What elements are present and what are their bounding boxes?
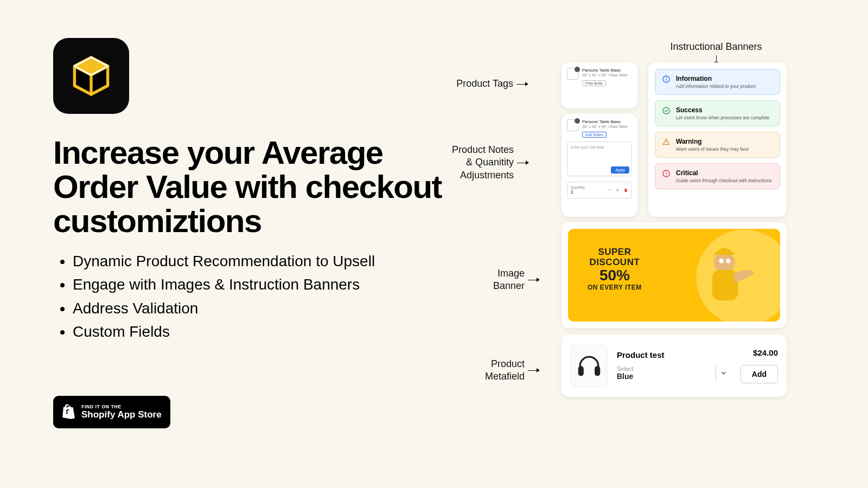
shopify-bag-icon: [61, 403, 76, 421]
svg-rect-17: [595, 366, 600, 376]
add-button[interactable]: Add: [741, 365, 778, 383]
label-product-metafield: Product Metafield: [482, 358, 525, 383]
mini-product-name: Parsons Table Base: [582, 119, 627, 125]
banner-success: SuccessLet users know when processes are…: [655, 100, 780, 126]
example-product-tags: Parsons Table Base 28" x 42" x 96" / Raw…: [561, 62, 637, 108]
feature-item: Dynamic Product Recommendation to Upsell: [73, 249, 444, 273]
success-icon: [662, 106, 671, 115]
app-logo: [53, 38, 129, 114]
mini-thumb-icon: [567, 119, 579, 131]
apply-button[interactable]: Apply: [611, 166, 629, 174]
mini-product-name: Parsons Table Base: [582, 68, 627, 73]
example-product-notes: Parsons Table Base 28" x 42" x 96" / Raw…: [561, 114, 637, 217]
svg-point-14: [719, 259, 723, 263]
svg-rect-16: [578, 366, 584, 376]
label-image-banner: Image Banner: [491, 267, 525, 293]
svg-point-4: [666, 78, 667, 79]
meta-product-name: Product test: [617, 350, 732, 359]
svg-point-6: [663, 107, 669, 114]
feature-item: Custom Fields: [73, 320, 444, 343]
qty-plus[interactable]: +: [616, 187, 619, 193]
example-product-metafield: Product test Select Blue $24.00 Add: [561, 335, 787, 397]
feature-item: Address Validation: [73, 297, 444, 320]
svg-point-11: [666, 175, 666, 175]
meta-price: $24.00: [741, 348, 778, 357]
feature-item: Engage with Images & Instruction Banners: [73, 273, 444, 296]
example-image-banner: SUPER DISCOUNT 50% ON EVERY ITEM: [561, 222, 787, 328]
banner-critical: CriticalGuide users through checkout wit…: [655, 163, 780, 189]
svg-point-15: [726, 259, 730, 263]
feature-list: Dynamic Product Recommendation to Upsell…: [53, 249, 444, 344]
mini-tag: Free Bolts: [582, 80, 606, 86]
banner-warning: WarningWarn users of issues they may fac…: [655, 132, 780, 158]
product-thumb: [570, 345, 608, 387]
mini-thumb-icon: [567, 68, 579, 80]
mini-product-variant: 28" x 42" x 96" / Raw Steel: [582, 125, 627, 129]
example-banners: InformationAdd information related to yo…: [648, 62, 787, 217]
add-notes-link[interactable]: Add Notes: [582, 132, 607, 138]
critical-icon: [662, 169, 671, 178]
svg-rect-5: [666, 79, 666, 81]
chevron-down-icon[interactable]: [716, 365, 732, 381]
quantity-row: Quantity 1 − +: [567, 182, 632, 198]
label-instructional-banners: Instructional Banners: [651, 41, 781, 53]
qty-minus[interactable]: −: [608, 187, 611, 193]
label-product-notes: Product Notes & Quanitity Adjustments: [449, 144, 514, 182]
svg-point-8: [666, 143, 666, 144]
label-product-tags: Product Tags: [455, 78, 513, 90]
info-icon: [662, 75, 671, 84]
mini-product-variant: 28" x 42" x 96" / Raw Steel: [582, 73, 627, 77]
gift-note-input[interactable]: Enter your Gift Note Apply: [567, 142, 632, 176]
svg-rect-7: [666, 141, 666, 143]
shopify-appstore-badge[interactable]: FIND IT ON THE Shopify App Store: [53, 396, 170, 428]
banner-info: InformationAdd information related to yo…: [655, 69, 780, 95]
page-headline: Increase your Average Order Value with c…: [53, 136, 465, 238]
svg-rect-10: [666, 172, 666, 174]
variant-select[interactable]: Select Blue: [617, 365, 634, 381]
trash-icon[interactable]: [623, 188, 628, 192]
svg-point-12: [714, 252, 735, 273]
headphones-icon: [575, 351, 604, 381]
person-pointing-icon: [688, 240, 764, 316]
appstore-line2: Shopify App Store: [81, 410, 162, 420]
warning-icon: [662, 138, 671, 146]
cube-logo-icon: [67, 52, 116, 100]
